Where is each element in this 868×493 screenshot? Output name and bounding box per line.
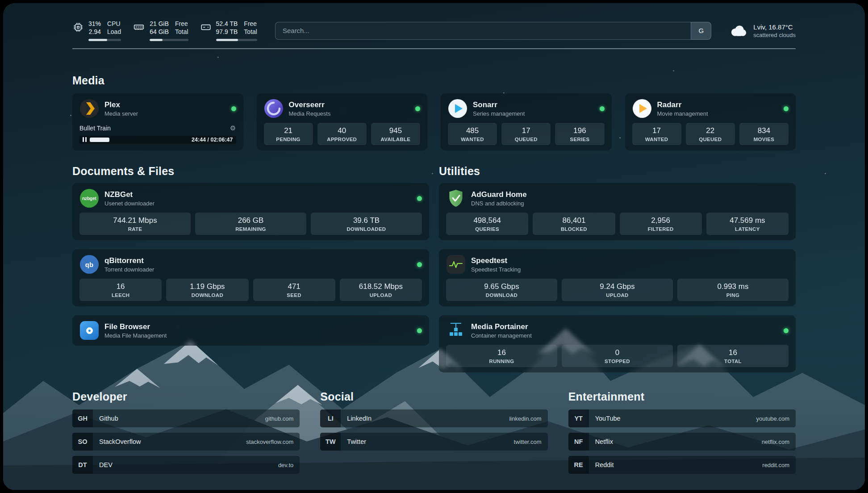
stat-value: 471	[255, 282, 334, 291]
memory-icon	[133, 21, 145, 33]
stat-value: 0	[563, 348, 671, 357]
filebrowser-icon	[79, 321, 99, 340]
bookmark-group-developer: Developer GH Github github.com SO StackO…	[72, 390, 300, 474]
stat-value: 485	[450, 126, 495, 135]
bookmark-name: LinkedIn	[347, 415, 371, 422]
stat-box: 9.24 GbpsUPLOAD	[562, 279, 673, 301]
stat-box: 266 GBREMAINING	[195, 213, 306, 235]
stat-box: 16LEECH	[79, 279, 162, 301]
stat-value: 47.569 ms	[708, 216, 787, 225]
service-desc: Container management	[471, 332, 532, 339]
bookmark-name: Github	[99, 415, 118, 422]
memory-progress-fill	[150, 39, 163, 41]
bookmark-youtube[interactable]: YT YouTube youtube.com	[568, 409, 796, 427]
bookmark-github[interactable]: GH Github github.com	[72, 409, 300, 427]
stat-box: 0STOPPED	[562, 345, 673, 367]
section-title-social: Social	[320, 390, 547, 403]
bookmark-abbr: DT	[72, 456, 93, 474]
disk-free-label: Free	[244, 20, 257, 28]
weather-widget: Lviv, 16.87°C scattered clouds	[729, 23, 796, 38]
service-card-speedtest[interactable]: Speedtest Speedtest Tracking 9.65 GbpsDO…	[439, 249, 796, 306]
bookmark-stackoverflow[interactable]: SO StackOverflow stackoverflow.com	[72, 433, 300, 451]
service-name: Media Portainer	[471, 322, 532, 331]
bookmark-url: netflix.com	[762, 439, 789, 445]
disk-icon	[200, 21, 212, 33]
bookmark-dev[interactable]: DT DEV dev.to	[72, 456, 300, 474]
stat-label: APPROVED	[319, 137, 365, 142]
stat-label: DOWNLOADED	[313, 226, 420, 232]
service-card-adguard[interactable]: AdGuard Home DNS and adblocking 498,564Q…	[439, 183, 796, 240]
stat-label: FILTERED	[622, 226, 700, 232]
cpu-load-value: 2.94	[88, 28, 101, 36]
stat-value: 618.52 Mbps	[342, 282, 420, 291]
disk-widget: 52.4 TB Free 97.9 TB Total	[200, 20, 257, 41]
resource-widgets: 31% CPU 2.94 Load 21 GiB	[72, 20, 257, 41]
bookmark-abbr: GH	[72, 409, 93, 427]
stat-box: 2,956FILTERED	[620, 213, 702, 235]
stat-value: 40	[319, 126, 365, 135]
service-card-portainer[interactable]: Media Portainer Container management 16R…	[439, 315, 796, 372]
snow-flakes	[3, 3, 4, 4]
status-dot	[417, 196, 422, 201]
bookmark-name: Netflix	[595, 438, 613, 445]
service-card-radarr[interactable]: Radarr Movie management 17WANTED 22QUEUE…	[625, 93, 796, 150]
stat-label: STOPPED	[563, 359, 671, 364]
disk-free-value: 52.4 TB	[216, 20, 238, 28]
plex-icon	[79, 99, 99, 118]
memory-total-value: 64 GiB	[150, 28, 169, 36]
documents-column: Documents & Files nzbget NZBGet Usenet d…	[72, 165, 429, 346]
service-name: File Browser	[104, 322, 167, 331]
service-card-filebrowser[interactable]: File Browser Media File Management	[72, 315, 429, 346]
cloud-icon	[729, 24, 748, 38]
service-desc: Movie management	[657, 110, 708, 117]
bookmark-group-entertainment: Entertainment YT YouTube youtube.com NF …	[568, 390, 796, 474]
stat-value: 22	[688, 126, 733, 135]
memory-free-value: 21 GiB	[150, 20, 169, 28]
bookmark-netflix[interactable]: NF Netflix netflix.com	[568, 433, 796, 451]
adguard-icon	[446, 188, 466, 208]
weather-location: Lviv, 16.87°C	[753, 23, 796, 31]
stat-value: 16	[448, 348, 555, 357]
stat-value: 39.6 TB	[313, 216, 420, 225]
search-input[interactable]	[275, 22, 691, 40]
bookmark-abbr: SO	[72, 433, 93, 451]
search-engine-button[interactable]: G	[691, 22, 711, 40]
bookmark-twitter[interactable]: TW Twitter twitter.com	[320, 433, 547, 451]
section-title-media: Media	[72, 74, 796, 87]
stat-value: 16	[679, 348, 787, 357]
stat-value: 17	[634, 126, 680, 135]
service-card-nzbget[interactable]: nzbget NZBGet Usenet downloader 744.21 M…	[72, 183, 429, 240]
stat-label: PENDING	[266, 137, 311, 142]
cpu-load-label: Load	[107, 28, 121, 36]
stat-label: DOWNLOAD	[448, 292, 555, 298]
service-card-overseerr[interactable]: Overseerr Media Requests 21PENDING 40APP…	[257, 93, 428, 150]
service-name: Overseerr	[289, 100, 331, 109]
bookmark-reddit[interactable]: RE Reddit reddit.com	[568, 456, 796, 474]
bookmark-name: StackOverflow	[99, 438, 141, 445]
session-settings-icon[interactable]: ⚙	[230, 125, 236, 131]
service-card-plex[interactable]: Plex Media server Bullet Train ⚙ 24:44 /…	[72, 93, 243, 150]
stat-label: UPLOAD	[342, 292, 420, 298]
bookmark-linkedin[interactable]: LI LinkedIn linkedin.com	[320, 409, 547, 427]
stat-box: 47.569 msLATENCY	[706, 213, 789, 235]
stat-label: QUERIES	[448, 226, 526, 232]
stat-value: 16	[81, 282, 160, 291]
stat-label: QUEUED	[688, 137, 733, 142]
section-title-documents: Documents & Files	[72, 165, 429, 178]
service-card-qbittorrent[interactable]: qb qBittorrent Torrent downloader 16LEEC…	[72, 249, 429, 306]
stat-box: 9.65 GbpsDOWNLOAD	[446, 279, 557, 301]
service-card-sonarr[interactable]: Sonarr Series management 485WANTED 17QUE…	[441, 93, 612, 150]
service-desc: Speedtest Tracking	[471, 266, 521, 273]
disk-total-value: 97.9 TB	[216, 28, 238, 36]
playback-progressbar[interactable]: 24:44 / 02:06:47	[79, 136, 236, 144]
service-name: Radarr	[657, 100, 708, 109]
bookmark-abbr: LI	[320, 409, 341, 427]
stat-label: QUEUED	[503, 137, 549, 142]
service-name: Plex	[104, 100, 138, 109]
status-dot	[415, 106, 420, 111]
stat-box: 0.993 msPING	[677, 279, 789, 301]
stat-value: 498,564	[448, 216, 526, 225]
stat-box: 834MOVIES	[739, 123, 789, 145]
bookmark-url: github.com	[265, 415, 294, 422]
memory-total-label: Total	[175, 28, 188, 36]
